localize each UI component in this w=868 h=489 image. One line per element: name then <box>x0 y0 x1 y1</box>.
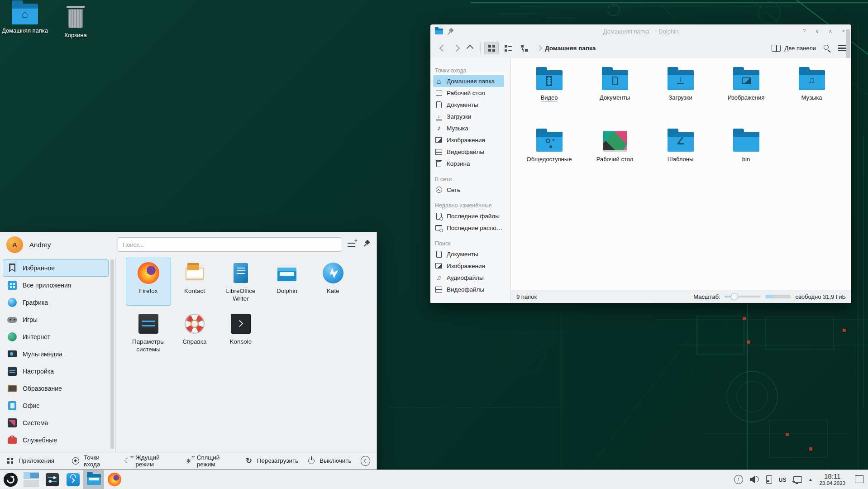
category-item[interactable]: Все приложения <box>3 277 109 294</box>
folder-item[interactable]: bin <box>713 128 779 189</box>
category-item[interactable]: Интернет <box>3 328 109 345</box>
taskbar-app[interactable] <box>62 470 83 489</box>
favorite-app-tile[interactable]: LibreOffice Writer <box>218 258 263 306</box>
places-item[interactable]: Видеофайлы <box>433 146 504 158</box>
folder-item[interactable]: Общедоступные <box>516 128 582 189</box>
category-item[interactable]: Игры <box>3 311 109 328</box>
minimize-button[interactable]: ∨ <box>814 28 820 34</box>
tb-syssettings-icon <box>46 473 59 486</box>
avat[interactable]: A <box>6 236 23 253</box>
show-desktop-icon[interactable] <box>855 475 863 483</box>
category-item[interactable]: Избранное <box>3 259 109 277</box>
folder-item[interactable]: Рабочий стол <box>582 128 648 189</box>
kate-icon <box>322 262 344 284</box>
places-item[interactable]: Изображения <box>433 134 504 146</box>
favorite-app-tile[interactable]: Kontact <box>172 258 217 306</box>
desktop-icon[interactable]: Корзина <box>51 4 100 39</box>
category-item[interactable]: Мультимедиа <box>3 345 109 363</box>
folder-view[interactable]: Видео Документы Загрузки Изображ <box>510 58 851 290</box>
favorite-app-tile[interactable]: Параметры системы <box>126 308 171 356</box>
places-item[interactable]: Музыка <box>433 122 504 134</box>
page-back-icon[interactable] <box>361 456 370 466</box>
help-button[interactable]: ? <box>801 28 807 34</box>
ft-sleep-icon <box>185 457 193 465</box>
places-item[interactable]: Последние распо… <box>433 222 504 234</box>
icons-view-button[interactable] <box>484 42 499 54</box>
usb-device-icon[interactable] <box>766 475 772 484</box>
places-item[interactable]: Аудиофайлы <box>433 272 504 283</box>
digital-clock[interactable]: 18:11 23.04.2023 <box>819 473 845 486</box>
folder-item[interactable]: Шаблоны <box>648 128 713 189</box>
footer-action[interactable]: Выключить <box>307 457 351 465</box>
places-item[interactable]: Изображения <box>433 260 504 272</box>
favorite-app-tile[interactable]: Справка <box>172 308 217 356</box>
search-icon[interactable] <box>823 44 831 52</box>
zoom-slider-knob[interactable] <box>731 293 738 300</box>
category-item[interactable]: Служебные <box>3 431 109 449</box>
updates-icon[interactable] <box>734 475 743 484</box>
configure-icon[interactable] <box>348 240 357 248</box>
folder-item[interactable]: Изображения <box>713 66 779 128</box>
maximize-button[interactable]: ∧ <box>827 28 834 34</box>
footer-action[interactable]: Приложения <box>6 457 54 465</box>
taskbar-app[interactable] <box>0 470 21 489</box>
folder-item[interactable]: Документы <box>582 66 648 128</box>
sidebar-scrollbar[interactable] <box>110 259 114 449</box>
category-item[interactable]: Настройка <box>3 363 109 380</box>
places-item[interactable]: Корзина <box>433 158 504 169</box>
taskbar-app[interactable] <box>83 470 104 489</box>
taskbar-app[interactable] <box>21 470 42 489</box>
folder-label: Общедоступные <box>527 156 572 163</box>
hamburger-menu-icon[interactable] <box>838 45 846 51</box>
places-item[interactable]: Загрузки <box>433 110 504 122</box>
places-item[interactable]: Последние файлы <box>433 210 504 222</box>
expand-tray-icon[interactable]: ▲ <box>809 477 813 482</box>
folder-item[interactable]: Загрузки <box>648 66 713 128</box>
places-item[interactable]: Рабочий стол <box>433 87 504 99</box>
network-display-icon[interactable] <box>793 476 802 483</box>
title-bar[interactable]: Домашняя папка — Dolphin ? ∨ ∧ × <box>430 24 851 38</box>
places-item[interactable]: Документы <box>433 248 504 260</box>
pin-icon[interactable] <box>447 28 454 35</box>
education-icon <box>7 384 17 393</box>
breadcrumb[interactable]: Домашняя папка <box>545 45 596 52</box>
footer-action[interactable]: Ждущий режим <box>123 454 175 468</box>
places-item[interactable]: Документы <box>433 99 504 110</box>
back-button[interactable] <box>436 42 449 54</box>
favorite-app-tile[interactable]: Dolphin <box>264 258 310 306</box>
search-input[interactable] <box>118 237 341 252</box>
favorite-app-tile[interactable]: Konsole <box>218 308 263 356</box>
favorite-app-label: LibreOffice Writer <box>219 288 262 303</box>
category-item[interactable]: Графика <box>3 294 109 311</box>
places-item[interactable]: Видеофайлы <box>433 283 504 295</box>
footer-action[interactable]: Спящий режим <box>185 454 236 468</box>
up-button[interactable] <box>463 42 477 54</box>
folder-item[interactable]: Музыка <box>779 66 844 128</box>
footer-action[interactable]: Перезагрузить <box>245 457 299 465</box>
music-icon <box>435 125 443 132</box>
places-item[interactable]: Сеть <box>433 184 504 196</box>
folder-item[interactable]: Видео <box>516 66 582 128</box>
forward-button[interactable] <box>449 42 463 54</box>
footer-action-label: Ждущий режим <box>135 454 175 468</box>
tree-view-button[interactable] <box>517 42 531 54</box>
keyboard-layout-indicator[interactable]: us <box>779 475 787 484</box>
category-item[interactable]: Офис <box>3 397 109 414</box>
taskbar-app[interactable] <box>104 470 125 489</box>
pin-icon[interactable] <box>363 240 370 247</box>
desktop-icon[interactable]: Домашняя папка <box>0 0 50 34</box>
footer-action[interactable]: Точки входа <box>72 454 114 468</box>
zoom-slider[interactable] <box>725 293 761 300</box>
launcher-body: Избранное Все приложения Графика <box>0 257 377 452</box>
favorite-app-tile[interactable]: Firefox <box>126 258 171 306</box>
taskbar-app[interactable] <box>42 470 62 489</box>
favorite-app-tile[interactable]: Kate <box>310 258 356 306</box>
details-view-button[interactable] <box>501 42 515 54</box>
volume-icon[interactable] <box>750 475 759 483</box>
favorite-app-label: Firefox <box>127 288 170 295</box>
category-item[interactable]: Система <box>3 414 109 431</box>
split-view-button[interactable]: Две панели <box>772 45 816 52</box>
places-item[interactable]: Домашняя папка <box>433 75 504 87</box>
category-item[interactable]: Образование <box>3 380 109 397</box>
close-button[interactable]: × <box>840 28 847 34</box>
